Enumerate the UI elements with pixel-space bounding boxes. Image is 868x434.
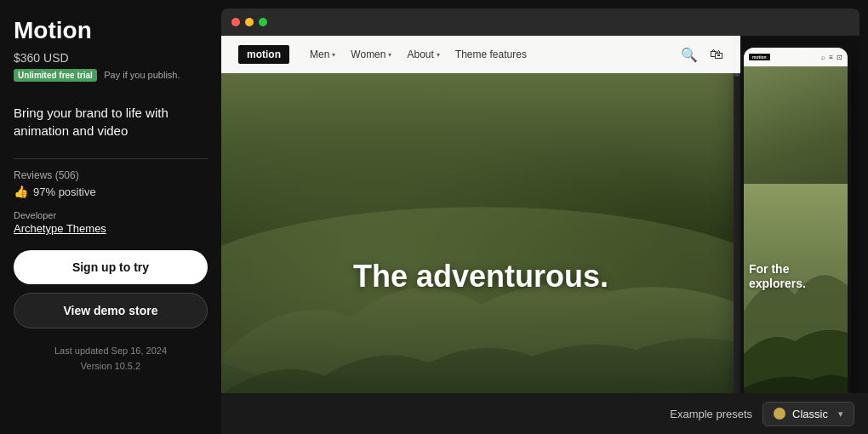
developer-label: Developer xyxy=(14,210,208,220)
mobile-landscape-svg xyxy=(744,48,848,422)
demo-button[interactable]: View demo store xyxy=(14,293,208,328)
store-desktop: motion Men ▾ Women ▾ About ▾ xyxy=(221,36,740,434)
nav-theme-features[interactable]: Theme features xyxy=(455,49,527,60)
mobile-screen: motion ⌕ ≡ ⊡ For the explorers. xyxy=(744,48,848,422)
left-panel: Motion $360 USD Unlimited free trial Pay… xyxy=(0,0,221,434)
preset-selector[interactable]: Classic ▾ xyxy=(762,402,854,426)
store-nav-links: Men ▾ Women ▾ About ▾ Theme features xyxy=(310,49,681,60)
landscape-svg xyxy=(221,36,740,434)
tagline: Bring your brand to life with animation … xyxy=(14,104,208,140)
store-logo-text: motion xyxy=(247,49,281,60)
last-updated: Last updated Sep 16, 2024 xyxy=(14,344,208,359)
version: Version 10.5.2 xyxy=(14,359,208,374)
presets-label: Example presets xyxy=(670,408,752,420)
update-info: Last updated Sep 16, 2024 Version 10.5.2 xyxy=(14,344,208,374)
cart-icon[interactable]: 🛍 xyxy=(710,47,723,63)
nav-women[interactable]: Women ▾ xyxy=(351,49,391,60)
minimize-dot xyxy=(245,18,254,26)
chevron-down-icon: ▾ xyxy=(437,51,440,59)
mobile-hero-headline: For the explorers. xyxy=(749,262,842,291)
signup-button[interactable]: Sign up to try xyxy=(14,250,208,284)
nav-women-label: Women xyxy=(351,49,385,60)
nav-about-label: About xyxy=(407,49,433,60)
price: $360 USD xyxy=(14,51,208,65)
nav-men-label: Men xyxy=(310,49,329,60)
bottom-bar: Example presets Classic ▾ xyxy=(221,393,868,434)
chevron-down-icon: ▾ xyxy=(332,51,335,59)
thumbs-up-icon: 👍 xyxy=(14,185,28,198)
chevron-down-icon: ▾ xyxy=(838,408,843,420)
hero-headline: The adventurous. xyxy=(353,259,608,294)
store-nav-icons: 🔍 🛍 xyxy=(681,47,723,63)
reviews-positive-text: 97% positive xyxy=(33,186,96,198)
trial-note: Pay if you publish. xyxy=(104,70,180,80)
chevron-down-icon: ▾ xyxy=(388,51,391,59)
app-title: Motion xyxy=(14,17,208,44)
free-trial-badge: Unlimited free trial xyxy=(14,69,97,82)
nav-about[interactable]: About ▾ xyxy=(407,49,439,60)
search-icon[interactable]: 🔍 xyxy=(681,47,698,63)
nav-men[interactable]: Men ▾ xyxy=(310,49,335,60)
close-dot xyxy=(231,18,240,26)
reviews-label: Reviews (506) xyxy=(14,169,208,181)
scrollbar[interactable] xyxy=(734,36,740,434)
maximize-dot xyxy=(259,18,267,26)
store-logo: motion xyxy=(238,45,289,64)
developer-link[interactable]: Archetype Themes xyxy=(14,222,208,235)
store-navbar: motion Men ▾ Women ▾ About ▾ xyxy=(221,36,740,73)
preview-area: motion Men ▾ Women ▾ About ▾ xyxy=(221,36,859,434)
divider xyxy=(14,158,208,159)
preset-color-dot xyxy=(774,408,785,420)
browser-chrome xyxy=(221,9,859,36)
preset-name: Classic xyxy=(792,408,828,420)
reviews-positive: 👍 97% positive xyxy=(14,185,208,198)
mobile-hero-text: For the explorers. xyxy=(749,262,842,291)
hero-text: The adventurous. xyxy=(353,259,608,294)
nav-theme-label: Theme features xyxy=(455,49,527,60)
store-mobile: motion ⌕ ≡ ⊡ For the explorers. xyxy=(740,44,851,425)
